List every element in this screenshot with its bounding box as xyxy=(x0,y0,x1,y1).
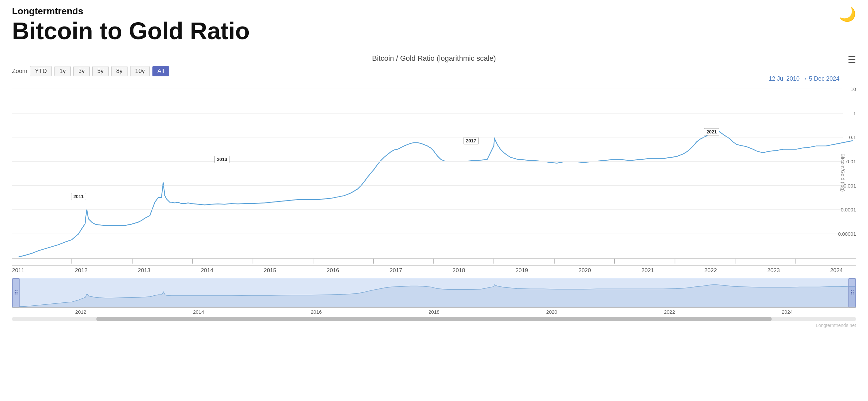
navigator-handle-left[interactable]: ⠿ xyxy=(12,278,20,307)
zoom-8y[interactable]: 8y xyxy=(111,66,127,76)
dark-mode-button[interactable]: 🌙 xyxy=(839,6,856,22)
annotation-2011: 2011 xyxy=(71,193,86,200)
x-label-2015: 2015 xyxy=(264,267,276,274)
x-label-2019: 2019 xyxy=(515,267,528,274)
scrollbar-thumb[interactable] xyxy=(96,317,772,321)
zoom-1y[interactable]: 1y xyxy=(55,66,71,76)
mini-x-2022: 2022 xyxy=(664,309,675,315)
x-label-2021: 2021 xyxy=(641,267,654,274)
x-label-2018: 2018 xyxy=(453,267,465,274)
zoom-all[interactable]: All xyxy=(152,66,169,76)
zoom-5y[interactable]: 5y xyxy=(92,66,108,76)
annotation-2021: 2021 xyxy=(704,128,719,135)
x-label-2017: 2017 xyxy=(390,267,402,274)
annotation-2013: 2013 xyxy=(215,156,229,163)
x-label-2012: 2012 xyxy=(75,267,88,274)
watermark: Longtermtrends.net xyxy=(12,323,856,328)
zoom-10y[interactable]: 10y xyxy=(130,66,150,76)
x-label-2016: 2016 xyxy=(327,267,339,274)
zoom-3y[interactable]: 3y xyxy=(73,66,90,76)
chart-title: Bitcoin / Gold Ratio (logarithmic scale) xyxy=(12,54,856,63)
mini-chart xyxy=(12,278,856,307)
navigator-handle-right[interactable]: ⠿ xyxy=(848,278,856,307)
annotation-2017: 2017 xyxy=(464,137,478,145)
zoom-ytd[interactable]: YTD xyxy=(30,66,52,76)
mini-x-2014: 2014 xyxy=(193,309,204,315)
svg-marker-21 xyxy=(19,285,856,307)
main-chart[interactable] xyxy=(12,80,856,265)
x-label-2014: 2014 xyxy=(201,267,214,274)
mini-x-2018: 2018 xyxy=(428,309,439,315)
mini-x-2012: 2012 xyxy=(75,309,86,315)
site-name: Longtermtrends xyxy=(12,6,856,17)
chart-menu-button[interactable]: ☰ xyxy=(848,54,856,65)
zoom-label: Zoom xyxy=(12,68,27,75)
scrollbar-track[interactable] xyxy=(12,317,856,321)
mini-x-2016: 2016 xyxy=(311,309,322,315)
x-label-2013: 2013 xyxy=(138,267,150,274)
mini-chart-navigator[interactable]: ⠿ ⠿ xyxy=(12,278,856,308)
x-label-2022: 2022 xyxy=(704,267,717,274)
mini-x-2020: 2020 xyxy=(546,309,557,315)
mini-x-2024: 2024 xyxy=(782,309,793,315)
page-title: Bitcoin to Gold Ratio xyxy=(12,18,856,44)
x-label-2011: 2011 xyxy=(12,267,25,274)
x-label-2020: 2020 xyxy=(579,267,591,274)
x-label-2023: 2023 xyxy=(767,267,780,274)
x-label-2024: 2024 xyxy=(830,267,843,274)
y-axis-label: Bitcoin/Gold (log) xyxy=(840,153,846,191)
